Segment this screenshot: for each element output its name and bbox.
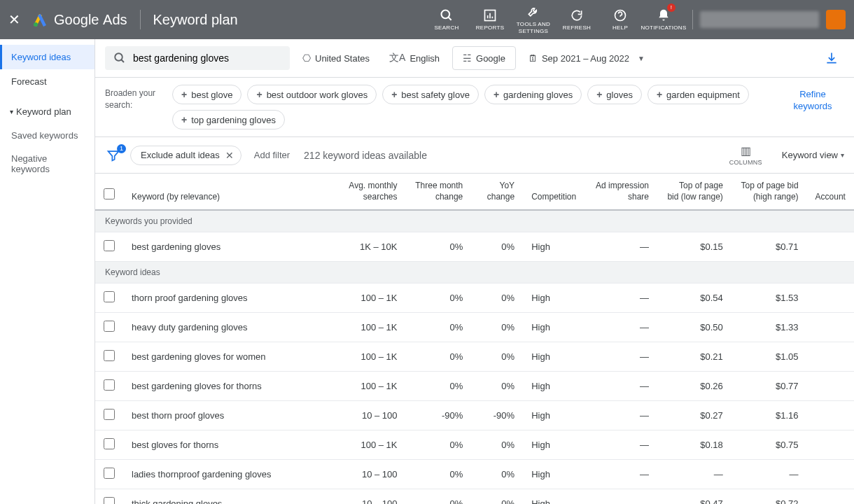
col-account[interactable]: Account	[807, 174, 854, 210]
cell-three-month: 0%	[406, 372, 472, 401]
col-bid-low[interactable]: Top of page bid (low range)	[657, 174, 732, 210]
cell-three-month: 0%	[406, 284, 472, 313]
avatar[interactable]	[826, 10, 846, 29]
calendar-icon: 🗓	[528, 53, 538, 64]
table-row: best gardening gloves1K – 10K0%0%High—$0…	[95, 232, 854, 262]
refine-keywords-button[interactable]: Refine keywords	[781, 85, 844, 117]
cell-impression: —	[584, 372, 657, 401]
broaden-chip[interactable]: +best glove	[172, 85, 241, 104]
cell-bid-low: $0.50	[657, 313, 732, 342]
cell-impression: —	[584, 430, 657, 460]
cell-impression: —	[584, 460, 657, 489]
remove-filter-icon[interactable]: ✕	[225, 150, 234, 161]
row-checkbox[interactable]	[104, 240, 115, 251]
date-range-selector[interactable]: 🗓 Sep 2021 – Aug 2022 ▼	[522, 49, 652, 68]
broaden-chip[interactable]: +top gardening gloves	[172, 110, 285, 130]
columns-button[interactable]: ▥ COLUMNS	[729, 144, 762, 166]
add-filter-button[interactable]: Add filter	[254, 150, 290, 160]
cell-account	[807, 460, 854, 489]
broaden-chip[interactable]: +gardening gloves	[484, 85, 582, 104]
row-checkbox[interactable]	[104, 321, 115, 332]
header-tool-help[interactable]: HELP	[598, 5, 642, 34]
col-bid-high[interactable]: Top of page bid (high range)	[732, 174, 807, 210]
cell-bid-high: $0.75	[732, 430, 807, 460]
cell-account	[807, 313, 854, 342]
reports-icon	[483, 8, 497, 22]
keyword-search-box[interactable]	[105, 46, 290, 70]
row-checkbox[interactable]	[104, 350, 115, 361]
row-checkbox[interactable]	[104, 409, 115, 420]
download-button[interactable]	[819, 48, 844, 68]
table-row: ladies thornproof gardening gloves10 – 1…	[95, 460, 854, 489]
sidebar-item-negative-keywords[interactable]: Negative keywords	[0, 147, 94, 181]
cell-three-month: 0%	[406, 313, 472, 342]
row-checkbox[interactable]	[104, 379, 115, 391]
cell-impression: —	[584, 342, 657, 372]
cell-account	[807, 489, 854, 504]
cell-avg: 100 – 1K	[333, 313, 406, 342]
sidebar-item-forecast[interactable]: Forecast	[0, 69, 94, 94]
cell-three-month: 0%	[406, 489, 472, 504]
cell-competition: High	[523, 342, 584, 372]
select-all-header	[95, 174, 123, 210]
plus-icon: +	[596, 89, 602, 100]
cell-keyword: best gardening gloves	[123, 232, 333, 262]
col-yoy[interactable]: YoY change	[471, 174, 523, 210]
cell-bid-low: $0.54	[657, 284, 732, 313]
broaden-chip[interactable]: +gloves	[587, 85, 642, 104]
search-input[interactable]	[133, 52, 281, 64]
header-tool-reports[interactable]: REPORTS	[468, 5, 512, 34]
cell-bid-high: —	[732, 460, 807, 489]
col-avg[interactable]: Avg. monthly searches	[333, 174, 406, 210]
broaden-chip[interactable]: +best safety glove	[382, 85, 479, 104]
cell-three-month: 0%	[406, 430, 472, 460]
broaden-chip[interactable]: +best outdoor work gloves	[247, 85, 377, 104]
cell-bid-high: $1.33	[732, 313, 807, 342]
table-row: heavy duty gardening gloves100 – 1K0%0%H…	[95, 313, 854, 342]
cell-bid-low: $0.21	[657, 342, 732, 372]
col-three-month[interactable]: Three month change	[406, 174, 472, 210]
ideas-count: 212 keyword ideas available	[304, 150, 427, 161]
sidebar-section-keyword-plan[interactable]: Keyword plan	[0, 99, 94, 124]
cell-impression: —	[584, 489, 657, 504]
header-tool-tools[interactable]: TOOLS AND SETTINGS	[512, 5, 555, 34]
header-tool-refresh[interactable]: REFRESH	[555, 5, 598, 34]
filter-icon[interactable]: 1	[105, 147, 122, 164]
cell-yoy: -90%	[471, 401, 523, 430]
network-selector[interactable]: ☵ Google	[452, 46, 516, 70]
row-checkbox[interactable]	[104, 468, 115, 479]
cell-avg: 100 – 1K	[333, 430, 406, 460]
row-checkbox[interactable]	[104, 438, 115, 449]
cell-competition: High	[523, 430, 584, 460]
broaden-search-bar: Broaden your search: +best glove+best ou…	[95, 78, 854, 137]
row-checkbox[interactable]	[104, 291, 115, 302]
account-info[interactable]	[700, 11, 819, 28]
view-mode-selector[interactable]: Keyword view	[782, 150, 844, 160]
cell-impression: —	[584, 401, 657, 430]
google-ads-logo-icon	[31, 11, 48, 28]
table-row: best gloves for thorns100 – 1K0%0%High—$…	[95, 430, 854, 460]
app-header: ✕ Google Ads Keyword plan SEARCHREPORTST…	[0, 0, 854, 39]
close-icon[interactable]: ✕	[8, 11, 20, 28]
sidebar-item-keyword-ideas[interactable]: Keyword ideas	[0, 45, 94, 69]
broaden-chip[interactable]: +garden equipment	[648, 85, 749, 104]
brand-text: Google Ads	[54, 12, 127, 28]
col-keyword[interactable]: Keyword (by relevance)	[123, 174, 333, 210]
cell-keyword: thorn proof gardening gloves	[123, 284, 333, 313]
cell-competition: High	[523, 460, 584, 489]
sidebar-item-saved-keywords[interactable]: Saved keywords	[0, 124, 94, 147]
cell-keyword: best gardening gloves for women	[123, 342, 333, 372]
cell-bid-high: $1.53	[732, 284, 807, 313]
row-checkbox[interactable]	[104, 497, 115, 504]
col-competition[interactable]: Competition	[523, 174, 584, 210]
header-tool-search[interactable]: SEARCH	[425, 5, 468, 34]
cell-competition: High	[523, 489, 584, 504]
language-selector[interactable]: 文A English	[382, 48, 447, 69]
select-all-checkbox[interactable]	[104, 188, 115, 200]
filter-count-badge: 1	[117, 144, 126, 153]
col-impression[interactable]: Ad impression share	[584, 174, 657, 210]
header-tool-bell[interactable]: NOTIFICATIONS!	[642, 5, 685, 34]
location-selector[interactable]: ⎔ United States	[295, 48, 377, 68]
cell-avg: 10 – 100	[333, 460, 406, 489]
cell-bid-high: $0.71	[732, 232, 807, 262]
